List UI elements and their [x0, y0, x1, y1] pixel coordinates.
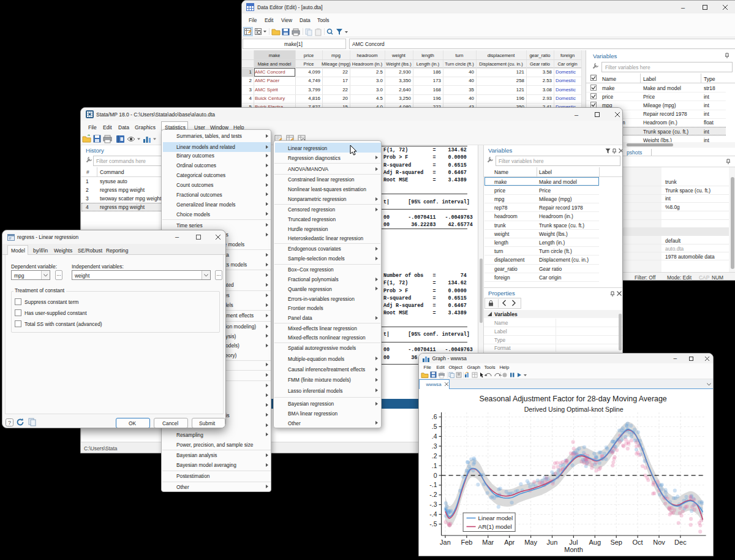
svg-text:Jun: Jun [547, 539, 558, 546]
svg-text:Month: Month [565, 546, 584, 553]
svg-text:Aug: Aug [589, 539, 601, 546]
svg-text:-.1: -.1 [430, 481, 437, 488]
svg-text:Sep: Sep [611, 539, 623, 546]
svg-text:Apr: Apr [505, 539, 515, 546]
svg-text:Dec: Dec [675, 539, 687, 546]
svg-text:Feb: Feb [461, 539, 473, 546]
svg-text:Seasonal Adjustment Factor for: Seasonal Adjustment Factor for 28-day Mo… [480, 395, 667, 403]
svg-text:?: ? [8, 420, 11, 426]
svg-text:Nov: Nov [654, 539, 666, 546]
svg-text:AR(1) model: AR(1) model [478, 523, 512, 530]
svg-text:.5: .5 [432, 423, 437, 430]
svg-text:Jul: Jul [570, 539, 578, 546]
svg-text:Mar: Mar [483, 539, 494, 546]
svg-text:.3: .3 [432, 442, 437, 450]
svg-text:.1: .1 [432, 462, 437, 469]
svg-text:Oct: Oct [633, 539, 643, 546]
svg-text:.6: .6 [432, 413, 437, 420]
svg-text:-.5: -.5 [430, 520, 437, 528]
svg-text:Jan: Jan [440, 539, 451, 546]
svg-text:Derived Using Optimal-knot Spl: Derived Using Optimal-knot Spline [524, 406, 624, 413]
svg-text:-.4: -.4 [430, 510, 437, 518]
svg-text:.2: .2 [432, 452, 437, 460]
svg-text:Linear model: Linear model [478, 515, 513, 521]
svg-text:May: May [525, 539, 538, 546]
svg-text:.4: .4 [432, 433, 437, 440]
svg-text:0: 0 [434, 472, 437, 479]
svg-text:-.3: -.3 [430, 501, 437, 508]
svg-text:-.2: -.2 [430, 491, 437, 498]
